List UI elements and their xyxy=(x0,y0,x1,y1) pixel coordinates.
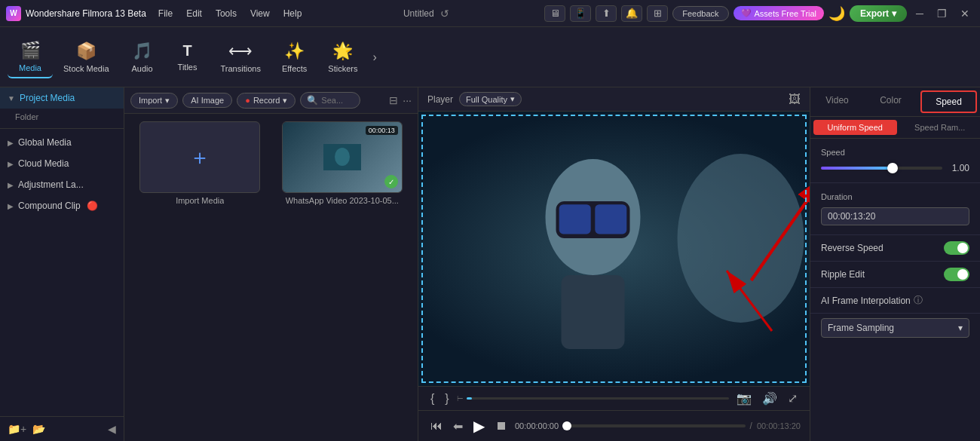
refresh-icon[interactable]: ↺ xyxy=(440,8,449,20)
bell-icon[interactable]: 🔔 xyxy=(621,5,642,22)
filter-icon[interactable]: ⊟ xyxy=(389,94,398,106)
theme-icon[interactable]: 🌙 xyxy=(828,5,845,22)
record-dot-icon: ● xyxy=(245,96,250,105)
check-badge: ✓ xyxy=(384,175,398,188)
chevron-right-icon-2: ▶ xyxy=(8,160,14,168)
export-chevron: ▾ xyxy=(892,8,896,19)
assets-button[interactable]: 💜 Assets Free Trial xyxy=(733,6,825,20)
menu-view[interactable]: View xyxy=(244,7,276,20)
import-media-item[interactable]: ＋ Import Media xyxy=(132,121,268,433)
close-button[interactable]: ✕ xyxy=(956,5,974,23)
arrow-overlay xyxy=(719,263,779,341)
chevron-right-icon-4: ▶ xyxy=(8,202,14,210)
sidebar-item-project-media[interactable]: ▼ Project Media xyxy=(0,87,124,109)
search-box[interactable]: 🔍 xyxy=(300,92,360,109)
video-media-item[interactable]: 00:00:13 ✓ WhatsApp Video 2023-10-05... xyxy=(274,121,411,433)
minimize-button[interactable]: ─ xyxy=(911,5,928,23)
grid-icon[interactable]: ⊞ xyxy=(647,5,668,22)
reverse-speed-row: Reverse Speed xyxy=(810,235,980,262)
stickers-label: Stickers xyxy=(328,64,357,73)
export-button[interactable]: Export ▾ xyxy=(850,5,907,22)
ai-info-icon[interactable]: ⓘ xyxy=(914,294,923,307)
upload-icon[interactable]: ⬆ xyxy=(596,5,617,22)
scrubber-bar[interactable] xyxy=(563,424,745,427)
image-mode-icon[interactable]: 🖼 xyxy=(789,93,801,106)
mark-in-button[interactable]: { xyxy=(427,390,437,407)
more-icon[interactable]: ··· xyxy=(403,94,412,106)
toolbar-effects[interactable]: ✨ Effects xyxy=(271,37,317,78)
timeline-scrubber[interactable]: 00:00:00:00 / 00:00:13:20 xyxy=(515,421,801,431)
chevron-right-icon: ▶ xyxy=(8,139,14,147)
stop-button[interactable]: ⏹ xyxy=(492,418,510,434)
play-button[interactable]: ▶ xyxy=(470,415,488,436)
preview-toolbar: Player Full Quality ▾ 🖼 xyxy=(418,87,810,112)
subtab-uniform-speed[interactable]: Uniform Speed xyxy=(813,120,897,135)
sidebar-item-adjustment[interactable]: ▶ Adjustment La... xyxy=(0,174,124,195)
titles-label: Titles xyxy=(178,63,198,72)
tab-color[interactable]: Color xyxy=(864,87,917,116)
stock-icon: 📦 xyxy=(76,41,96,61)
fullscreen-icon[interactable]: ⤢ xyxy=(785,390,801,407)
speed-slider[interactable] xyxy=(821,167,942,170)
tab-video[interactable]: Video xyxy=(810,87,864,116)
monitor-icon[interactable]: 🖥 xyxy=(544,5,565,22)
duration-badge: 00:00:13 xyxy=(366,126,398,135)
collapse-panel-icon[interactable]: ◀ xyxy=(108,423,116,435)
toolbar-audio[interactable]: 🎵 Audio xyxy=(120,37,165,78)
phone-icon[interactable]: 📱 xyxy=(570,5,591,22)
add-folder-icon[interactable]: 📁+ xyxy=(8,423,26,435)
ripple-edit-toggle[interactable] xyxy=(944,268,969,281)
sidebar-item-folder[interactable]: Folder xyxy=(0,109,124,125)
menu-help[interactable]: Help xyxy=(277,7,308,20)
quality-select[interactable]: Full Quality ▾ xyxy=(459,92,522,106)
quality-value: Full Quality xyxy=(466,95,507,104)
tab-speed[interactable]: Speed xyxy=(920,90,977,113)
menu-file[interactable]: File xyxy=(152,7,179,20)
toolbar-media[interactable]: 🎬 Media xyxy=(8,36,53,78)
divider-1 xyxy=(0,128,124,129)
search-icon: 🔍 xyxy=(307,95,318,106)
step-back-button[interactable]: ⬅ xyxy=(450,418,466,435)
sidebar-item-global-media[interactable]: ▶ Global Media xyxy=(0,132,124,153)
toolbar-stickers[interactable]: 🌟 Stickers xyxy=(317,37,368,78)
toolbar-titles[interactable]: T Titles xyxy=(165,38,210,76)
effects-label: Effects xyxy=(282,64,307,73)
feedback-button[interactable]: Feedback xyxy=(672,6,728,21)
import-thumb: ＋ xyxy=(139,121,260,193)
quality-chevron: ▾ xyxy=(510,94,515,104)
menu-tools[interactable]: Tools xyxy=(210,7,243,20)
duration-input[interactable] xyxy=(821,207,969,225)
subtab-speed-ramp[interactable]: Speed Ram... xyxy=(900,117,981,138)
menu-bar: File Edit Tools View Help xyxy=(152,7,308,20)
record-button[interactable]: ● Record ▾ xyxy=(237,93,296,109)
toolbar-more-arrow[interactable]: › xyxy=(368,51,381,64)
toolbar-stock-media[interactable]: 📦 Stock Media xyxy=(53,37,120,78)
rewind-button[interactable]: ⏮ xyxy=(427,418,446,434)
camera-icon[interactable]: 📷 xyxy=(733,390,755,407)
scrubber-thumb xyxy=(562,421,571,430)
add-icon: ＋ xyxy=(189,143,210,172)
sidebar-item-compound-clip[interactable]: ▶ Compound Clip 🔴 xyxy=(0,195,124,216)
svg-rect-7 xyxy=(595,204,626,234)
import-label: Import xyxy=(139,96,162,105)
speed-value: 1.00 xyxy=(948,163,969,173)
ripple-edit-label: Ripple Edit xyxy=(821,269,865,280)
duration-label: Duration xyxy=(821,192,969,201)
volume-icon[interactable]: 🔊 xyxy=(759,390,780,407)
maximize-button[interactable]: ❐ xyxy=(933,5,951,23)
stock-label: Stock Media xyxy=(63,64,109,73)
heart-icon: 💜 xyxy=(741,8,752,18)
search-input[interactable] xyxy=(321,96,363,105)
frame-sampling-select[interactable]: Frame Sampling ▾ xyxy=(821,318,969,338)
import-button[interactable]: Import ▾ xyxy=(130,93,178,109)
mark-out-button[interactable]: } xyxy=(442,390,452,407)
menu-edit[interactable]: Edit xyxy=(180,7,208,20)
sidebar-item-cloud-media[interactable]: ▶ Cloud Media xyxy=(0,153,124,174)
import-chevron: ▾ xyxy=(165,96,170,106)
reverse-speed-toggle[interactable] xyxy=(944,241,969,255)
folder-open-icon[interactable]: 📂 xyxy=(32,423,45,435)
speed-slider-row: 1.00 xyxy=(821,163,969,173)
toolbar-transitions[interactable]: ⟷ Transitions xyxy=(210,37,271,78)
ai-image-button[interactable]: AI Image xyxy=(182,93,232,108)
speed-label: Speed xyxy=(821,148,969,157)
